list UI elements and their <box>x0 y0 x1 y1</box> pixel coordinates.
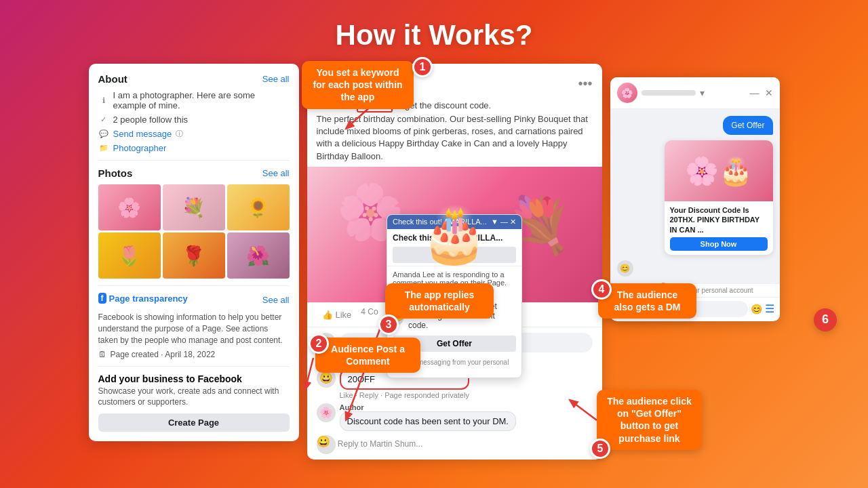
dm-messages: Get Offer 🌸🎂 Your Discount Code Is 20THX… <box>610 109 780 283</box>
dm-product-card: 🌸🎂 Your Discount Code Is 20THX. PINKY BI… <box>665 140 773 255</box>
comment-meta: Like · Reply · Page responded privately <box>340 391 469 399</box>
dm-header-icons: — ✕ <box>750 87 773 98</box>
info-icon: ℹ <box>98 95 109 106</box>
dm-avatar-row: 🌸 ▾ <box>617 83 705 103</box>
page-created: 🗓 Page created · April 18, 2022 <box>98 350 290 359</box>
photos-grid: 🌸 💐 🌻 🌷 🌹 🌺 <box>98 184 290 279</box>
reply-to-row: 😀 Reply to Martin Shum... <box>317 435 593 454</box>
callout-5: The audience click on "Get Offer" button… <box>597 390 702 450</box>
comments-count: 4 Co <box>361 307 378 323</box>
about-item-2: ✓ 2 people follow this <box>98 114 290 125</box>
about-text-1: I am a photographer. Here are some examp… <box>113 90 290 110</box>
fb-logo: f Page transparency <box>98 293 188 304</box>
reply-comment-action[interactable]: Reply <box>359 391 378 399</box>
notif-close-icon[interactable]: ▼ — ✕ <box>491 218 516 226</box>
dm-close-icon[interactable]: ✕ <box>765 87 773 98</box>
fb-page-panel: About See all ℹ I am a photographer. Her… <box>89 64 299 441</box>
like-label: Like <box>336 310 352 320</box>
send-message-link[interactable]: Send message <box>113 129 172 139</box>
add-business-text: Showcase your work, create ads and conne… <box>98 386 290 407</box>
page-transparency: f Page transparency See all Facebook is … <box>98 293 290 359</box>
post-description: The perfect birthday combination. Our be… <box>317 113 593 163</box>
reply-avatar: 😀 <box>317 435 336 454</box>
like-icon: 👍 <box>322 310 333 320</box>
step-3: 3 <box>378 314 399 335</box>
callout-3: The app replies automatically <box>385 283 494 319</box>
step-5: 5 <box>590 439 610 459</box>
transparency-see-all[interactable]: See all <box>262 295 290 305</box>
about-see-all[interactable]: See all <box>262 74 290 84</box>
callout-4: The audience also gets a DM <box>598 283 696 319</box>
step-2: 2 <box>309 333 329 354</box>
callout-6: 6 <box>814 308 837 331</box>
message-icon: 💬 <box>98 128 109 139</box>
photos-see-all[interactable]: See all <box>262 168 290 178</box>
author-reply-bubble: Discount code has been sent to your DM. <box>340 411 516 431</box>
check-icon: ✓ <box>98 114 109 125</box>
photo-6[interactable]: 🌺 <box>227 232 290 279</box>
transparency-title: Page transparency <box>109 293 188 304</box>
like-action[interactable]: 👍 Like <box>317 307 357 323</box>
step-4: 4 <box>591 279 612 300</box>
callout-1: You set a keyword for each post within t… <box>302 61 414 109</box>
dm-get-offer-bubble: Get Offer <box>723 116 772 135</box>
about-text-2: 2 people follow this <box>113 115 189 125</box>
about-item-3[interactable]: 💬 Send message ⓘ <box>98 128 290 139</box>
transparency-text: Facebook is showing information to help … <box>98 312 290 346</box>
dm-sender-row: 😊 <box>617 260 773 277</box>
dm-header: 🌸 ▾ — ✕ <box>610 77 780 109</box>
dm-product-image: 🌸🎂 <box>665 140 773 201</box>
dm-name-bar <box>642 90 696 96</box>
post-body: Comment 20OFF to get the discount code. … <box>307 100 602 167</box>
photos-title: Photos <box>98 167 133 179</box>
add-business-section: Add your business to Facebook Showcase y… <box>98 373 290 431</box>
photo-1[interactable]: 🌸 <box>98 184 161 230</box>
post-options-icon[interactable]: ••• <box>578 76 592 92</box>
calendar-icon: 🗓 <box>98 350 106 359</box>
callout-2: Audience Post a Comment <box>315 338 420 373</box>
step-1: 1 <box>412 57 433 77</box>
message-info-icon: ⓘ <box>176 129 183 139</box>
dm-product-title: Your Discount Code Is 20THX. PINKY BIRTH… <box>670 205 768 235</box>
author-label: Author <box>340 403 516 411</box>
photo-2[interactable]: 💐 <box>163 184 225 230</box>
photographer-link[interactable]: Photographer <box>113 143 167 153</box>
author-reply-row: 🌸 Author Discount code has been sent to … <box>317 403 593 431</box>
add-business-title: Add your business to Facebook <box>98 373 290 384</box>
like-comment-action[interactable]: Like <box>340 391 353 399</box>
photo-4[interactable]: 🌷 <box>98 232 161 279</box>
dm-product-body: Your Discount Code Is 20THX. PINKY BIRTH… <box>665 201 773 255</box>
dm-minimize-icon[interactable]: — <box>750 87 760 98</box>
author-avatar: 🌸 <box>317 403 336 422</box>
about-title: About <box>98 73 127 85</box>
dm-sender-avatar: 😊 <box>617 260 633 277</box>
about-item-4: 📁 Photographer <box>98 142 290 153</box>
photo-5[interactable]: 🌹 <box>163 232 225 279</box>
dm-avatar: 🌸 <box>617 83 637 103</box>
dm-dropdown-icon[interactable]: ▾ <box>700 87 705 98</box>
dm-send-icon[interactable]: ☰ <box>765 302 774 315</box>
page-title: How it Works? <box>0 0 868 64</box>
photo-3[interactable]: 🌻 <box>227 184 290 230</box>
dm-emoji-icon[interactable]: 😊 <box>751 304 762 314</box>
about-item-1: ℹ I am a photographer. Here are some exa… <box>98 90 290 110</box>
shop-now-button[interactable]: Shop Now <box>670 237 768 251</box>
folder-icon: 📁 <box>98 142 109 153</box>
create-page-button[interactable]: Create Page <box>98 413 290 432</box>
fb-post-panel: 🌸 7h 🌐 ••• Comment 20OFF to get the disc… <box>307 64 602 460</box>
